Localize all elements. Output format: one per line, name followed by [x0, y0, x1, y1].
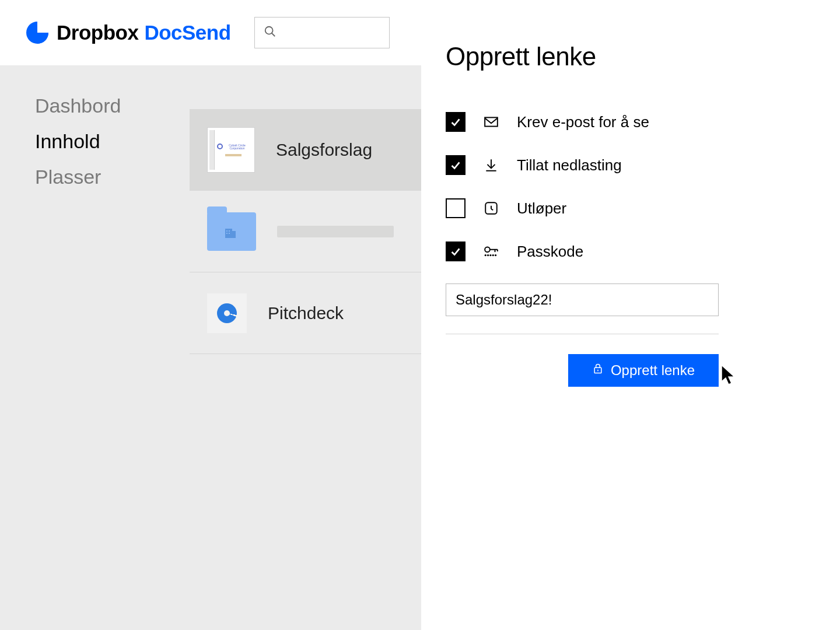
- option-allow-download: Tillat nedlasting: [446, 144, 806, 187]
- dropbox-pie-icon: [26, 22, 48, 44]
- checkbox-allow-download[interactable]: [446, 155, 466, 175]
- checkbox-expires[interactable]: [446, 198, 466, 218]
- svg-point-14: [485, 247, 490, 252]
- svg-line-1: [271, 33, 275, 37]
- search-icon: [264, 25, 276, 40]
- brand-logo[interactable]: Dropbox DocSend: [26, 21, 231, 44]
- key-icon: [483, 243, 499, 260]
- brand-secondary: DocSend: [144, 21, 230, 44]
- download-icon: [483, 157, 499, 173]
- svg-rect-4: [226, 230, 228, 232]
- folder-thumbnail: [207, 212, 256, 251]
- brand-text: Dropbox DocSend: [57, 21, 231, 44]
- svg-point-0: [265, 27, 272, 34]
- row-title: Pitchdeck: [268, 303, 344, 323]
- pie-chart-icon: [217, 303, 237, 323]
- thumb-subtitle-bar: [225, 154, 242, 156]
- document-thumbnail: Cobalt Circle Corporation: [207, 127, 255, 173]
- company-logo-icon: [217, 144, 223, 149]
- create-link-panel: Opprett lenke Krev e-post for å se Tilla…: [421, 0, 840, 630]
- sidebar: Dashbord Innhold Plasser: [0, 65, 190, 630]
- option-label: Utløper: [517, 200, 566, 218]
- cursor-icon: [720, 364, 737, 387]
- option-passcode: Passkode: [446, 230, 806, 273]
- svg-rect-3: [232, 231, 236, 238]
- svg-rect-8: [485, 117, 498, 126]
- email-icon: [483, 114, 499, 130]
- building-icon: [223, 225, 237, 239]
- chart-thumbnail: [207, 293, 247, 333]
- option-label: Krev e-post for å se: [517, 113, 649, 131]
- option-require-email: Krev e-post for å se: [446, 100, 806, 144]
- option-label: Passkode: [517, 243, 583, 261]
- create-button-label: Opprett lenke: [611, 362, 695, 379]
- svg-line-13: [491, 209, 493, 210]
- brand-primary: Dropbox: [57, 21, 138, 44]
- passcode-input[interactable]: [446, 284, 719, 316]
- sidebar-item-innhold[interactable]: Innhold: [35, 130, 190, 153]
- sidebar-item-dashbord[interactable]: Dashbord: [35, 94, 190, 117]
- checkbox-require-email[interactable]: [446, 112, 466, 132]
- clock-icon: [483, 200, 499, 216]
- thumb-company-line2: Corporation: [225, 146, 250, 149]
- search-input[interactable]: [254, 17, 390, 48]
- sidebar-item-plasser[interactable]: Plasser: [35, 166, 190, 188]
- option-expires: Utløper: [446, 187, 806, 230]
- option-label: Tillat nedlasting: [517, 156, 622, 174]
- search-wrap: [254, 17, 390, 48]
- create-link-button[interactable]: Opprett lenke: [568, 354, 719, 387]
- divider: [446, 334, 719, 334]
- panel-title: Opprett lenke: [446, 42, 806, 71]
- placeholder-title: [277, 226, 394, 237]
- svg-rect-5: [229, 230, 230, 232]
- lock-icon: [592, 362, 604, 379]
- svg-rect-7: [229, 233, 230, 234]
- row-title: Salgsforslag: [276, 140, 372, 160]
- checkbox-passcode[interactable]: [446, 242, 466, 261]
- svg-rect-6: [226, 233, 228, 234]
